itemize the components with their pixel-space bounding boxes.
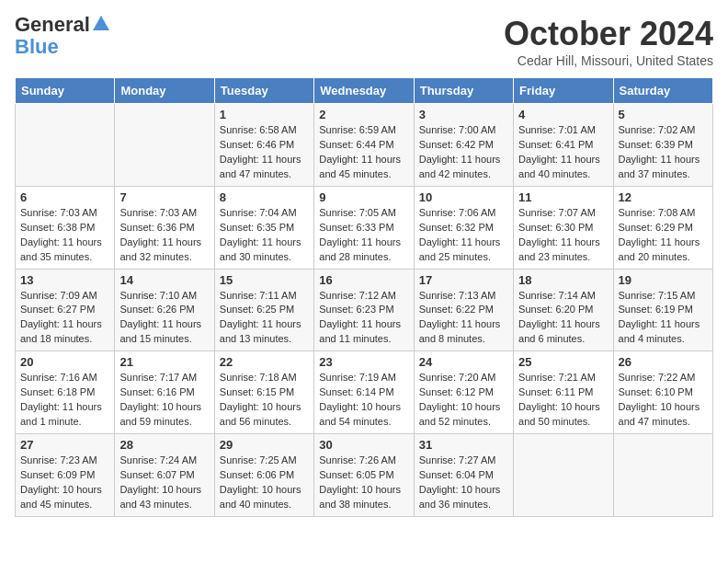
day-number: 3: [419, 108, 508, 121]
day-number: 17: [419, 273, 508, 287]
day-info: Sunrise: 7:03 AM Sunset: 6:38 PM Dayligh…: [20, 206, 109, 265]
day-info: Sunrise: 7:22 AM Sunset: 6:10 PM Dayligh…: [619, 371, 708, 430]
day-info: Sunrise: 7:04 AM Sunset: 6:35 PM Dayligh…: [220, 206, 309, 265]
day-info: Sunrise: 7:27 AM Sunset: 6:04 PM Dayligh…: [419, 454, 508, 512]
day-header-wednesday: Wednesday: [314, 78, 414, 104]
calendar-week-row: 20Sunrise: 7:16 AM Sunset: 6:18 PM Dayli…: [16, 351, 713, 434]
calendar-cell: 31Sunrise: 7:27 AM Sunset: 6:04 PM Dayli…: [414, 434, 513, 517]
day-info: Sunrise: 7:05 AM Sunset: 6:33 PM Dayligh…: [319, 206, 408, 265]
day-number: 4: [518, 108, 608, 121]
day-number: 31: [419, 438, 508, 452]
day-number: 12: [619, 190, 708, 204]
calendar-cell: 21Sunrise: 7:17 AM Sunset: 6:16 PM Dayli…: [115, 351, 214, 434]
day-number: 25: [518, 355, 608, 369]
calendar-cell: [613, 434, 712, 517]
day-info: Sunrise: 6:59 AM Sunset: 6:44 PM Dayligh…: [319, 123, 408, 182]
calendar-cell: 24Sunrise: 7:20 AM Sunset: 6:12 PM Dayli…: [414, 351, 513, 434]
day-info: Sunrise: 7:06 AM Sunset: 6:32 PM Dayligh…: [419, 206, 508, 265]
day-number: 27: [20, 438, 109, 452]
calendar-week-row: 27Sunrise: 7:23 AM Sunset: 6:09 PM Dayli…: [16, 434, 713, 517]
day-info: Sunrise: 7:00 AM Sunset: 6:42 PM Dayligh…: [419, 123, 508, 182]
calendar-cell: 22Sunrise: 7:18 AM Sunset: 6:15 PM Dayli…: [214, 351, 313, 434]
calendar-cell: 13Sunrise: 7:09 AM Sunset: 6:27 PM Dayli…: [16, 269, 115, 351]
day-header-friday: Friday: [514, 78, 613, 104]
day-header-tuesday: Tuesday: [214, 78, 313, 104]
day-info: Sunrise: 7:21 AM Sunset: 6:11 PM Dayligh…: [518, 371, 608, 430]
day-number: 22: [220, 355, 309, 369]
logo-blue: Blue: [15, 35, 59, 58]
day-number: 28: [119, 438, 209, 452]
day-number: 11: [518, 190, 608, 204]
day-info: Sunrise: 7:25 AM Sunset: 6:06 PM Dayligh…: [220, 454, 309, 512]
title-area: October 2024 Cedar Hill, Missouri, Unite…: [504, 15, 713, 68]
day-info: Sunrise: 7:17 AM Sunset: 6:16 PM Dayligh…: [119, 371, 209, 430]
day-info: Sunrise: 7:12 AM Sunset: 6:23 PM Dayligh…: [319, 289, 408, 348]
day-header-thursday: Thursday: [414, 78, 513, 104]
calendar-cell: 5Sunrise: 7:02 AM Sunset: 6:39 PM Daylig…: [613, 104, 712, 187]
day-info: Sunrise: 7:24 AM Sunset: 6:07 PM Dayligh…: [119, 454, 209, 512]
calendar-cell: [115, 104, 214, 187]
day-number: 5: [619, 108, 708, 121]
day-info: Sunrise: 7:03 AM Sunset: 6:36 PM Dayligh…: [119, 206, 209, 265]
calendar-header-row: SundayMondayTuesdayWednesdayThursdayFrid…: [16, 78, 713, 104]
logo: General Blue: [15, 15, 111, 59]
day-info: Sunrise: 7:09 AM Sunset: 6:27 PM Dayligh…: [20, 289, 109, 348]
day-info: Sunrise: 7:13 AM Sunset: 6:22 PM Dayligh…: [419, 289, 508, 348]
day-number: 30: [319, 438, 408, 452]
day-header-monday: Monday: [115, 78, 214, 104]
day-info: Sunrise: 7:02 AM Sunset: 6:39 PM Dayligh…: [619, 123, 708, 182]
day-info: Sunrise: 7:01 AM Sunset: 6:41 PM Dayligh…: [518, 123, 608, 182]
calendar-cell: 25Sunrise: 7:21 AM Sunset: 6:11 PM Dayli…: [514, 351, 613, 434]
calendar-cell: 1Sunrise: 6:58 AM Sunset: 6:46 PM Daylig…: [214, 104, 313, 187]
day-info: Sunrise: 7:19 AM Sunset: 6:14 PM Dayligh…: [319, 371, 408, 430]
calendar-cell: 23Sunrise: 7:19 AM Sunset: 6:14 PM Dayli…: [314, 351, 414, 434]
calendar-cell: 8Sunrise: 7:04 AM Sunset: 6:35 PM Daylig…: [214, 186, 313, 269]
day-info: Sunrise: 7:15 AM Sunset: 6:19 PM Dayligh…: [619, 289, 708, 348]
calendar-cell: 11Sunrise: 7:07 AM Sunset: 6:30 PM Dayli…: [514, 186, 613, 269]
calendar-cell: 30Sunrise: 7:26 AM Sunset: 6:05 PM Dayli…: [314, 434, 414, 517]
calendar-cell: 18Sunrise: 7:14 AM Sunset: 6:20 PM Dayli…: [514, 269, 613, 351]
day-number: 29: [220, 438, 309, 452]
calendar-cell: 27Sunrise: 7:23 AM Sunset: 6:09 PM Dayli…: [16, 434, 115, 517]
day-number: 19: [619, 273, 708, 287]
day-header-saturday: Saturday: [613, 78, 712, 104]
day-info: Sunrise: 7:14 AM Sunset: 6:20 PM Dayligh…: [518, 289, 608, 348]
day-number: 1: [220, 108, 309, 121]
calendar-cell: 12Sunrise: 7:08 AM Sunset: 6:29 PM Dayli…: [613, 186, 712, 269]
page-header: General Blue October 2024 Cedar Hill, Mi…: [15, 15, 713, 68]
day-number: 8: [220, 190, 309, 204]
calendar-cell: [16, 104, 115, 187]
day-number: 21: [119, 355, 209, 369]
calendar-body: 1Sunrise: 6:58 AM Sunset: 6:46 PM Daylig…: [16, 104, 713, 517]
calendar-week-row: 1Sunrise: 6:58 AM Sunset: 6:46 PM Daylig…: [16, 104, 713, 187]
day-number: 23: [319, 355, 408, 369]
day-number: 13: [20, 273, 109, 287]
day-info: Sunrise: 7:26 AM Sunset: 6:05 PM Dayligh…: [319, 454, 408, 512]
calendar-cell: 3Sunrise: 7:00 AM Sunset: 6:42 PM Daylig…: [414, 104, 513, 187]
calendar-cell: 28Sunrise: 7:24 AM Sunset: 6:07 PM Dayli…: [115, 434, 214, 517]
day-number: 9: [319, 190, 408, 204]
day-info: Sunrise: 7:16 AM Sunset: 6:18 PM Dayligh…: [20, 371, 109, 430]
logo-general: General: [15, 15, 90, 35]
day-number: 26: [619, 355, 708, 369]
calendar-cell: 6Sunrise: 7:03 AM Sunset: 6:38 PM Daylig…: [16, 186, 115, 269]
calendar-cell: 9Sunrise: 7:05 AM Sunset: 6:33 PM Daylig…: [314, 186, 414, 269]
day-number: 16: [319, 273, 408, 287]
calendar-cell: [514, 434, 613, 517]
day-info: Sunrise: 7:20 AM Sunset: 6:12 PM Dayligh…: [419, 371, 508, 430]
day-header-sunday: Sunday: [16, 78, 115, 104]
calendar-cell: 17Sunrise: 7:13 AM Sunset: 6:22 PM Dayli…: [414, 269, 513, 351]
day-info: Sunrise: 7:10 AM Sunset: 6:26 PM Dayligh…: [119, 289, 209, 348]
calendar-cell: 26Sunrise: 7:22 AM Sunset: 6:10 PM Dayli…: [613, 351, 712, 434]
day-info: Sunrise: 7:23 AM Sunset: 6:09 PM Dayligh…: [20, 454, 109, 512]
calendar-cell: 15Sunrise: 7:11 AM Sunset: 6:25 PM Dayli…: [214, 269, 313, 351]
day-info: Sunrise: 7:07 AM Sunset: 6:30 PM Dayligh…: [518, 206, 608, 265]
day-number: 24: [419, 355, 508, 369]
day-number: 10: [419, 190, 508, 204]
day-number: 7: [119, 190, 209, 204]
day-number: 14: [119, 273, 209, 287]
calendar-cell: 16Sunrise: 7:12 AM Sunset: 6:23 PM Dayli…: [314, 269, 414, 351]
calendar-cell: 14Sunrise: 7:10 AM Sunset: 6:26 PM Dayli…: [115, 269, 214, 351]
calendar-cell: 20Sunrise: 7:16 AM Sunset: 6:18 PM Dayli…: [16, 351, 115, 434]
day-number: 2: [319, 108, 408, 121]
